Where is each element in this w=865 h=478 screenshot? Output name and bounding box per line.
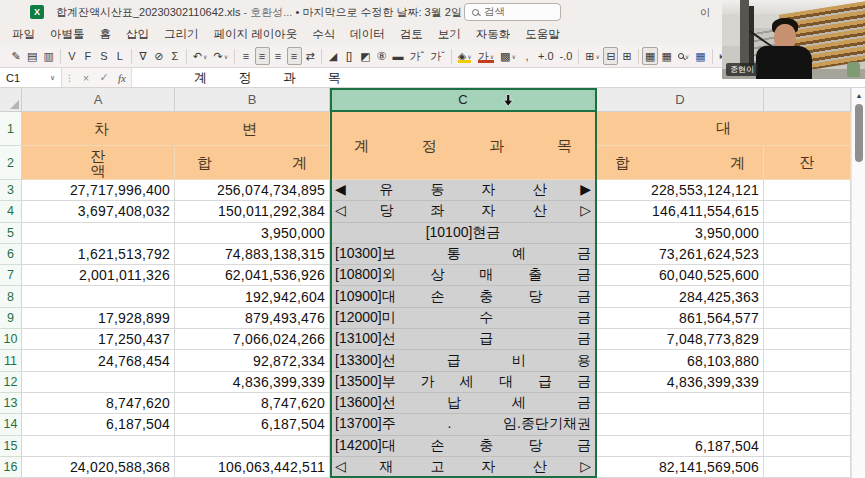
increase-decimal-icon[interactable]: +.0 [535,47,556,65]
align-center-icon[interactable]: ≡ [255,47,270,65]
row-header-15[interactable]: 15 [0,436,22,457]
cell-A12[interactable] [22,372,175,393]
shortcut-v-button[interactable]: V [64,47,79,65]
cell-B7[interactable]: 62,041,536,926 [175,265,330,286]
cell-E16[interactable] [764,457,851,478]
cell-E15[interactable] [764,436,851,457]
cell-D12[interactable]: 4,836,399,339 [597,372,764,393]
cell-C13[interactable]: [13600]선 납 세 금 [330,393,597,414]
align-right-icon[interactable]: ≡ [271,47,286,65]
last-modified-label[interactable]: • 마지막으로 수정한 날짜: 3월 2일 [295,6,461,18]
cell-D4[interactable]: 146,411,554,615 [597,201,764,222]
cell-B8[interactable]: 192,942,604 [175,286,330,307]
cell-C7[interactable]: [10800]외 상 매 출 금 [330,265,597,286]
cell-E13[interactable] [764,393,851,414]
cell-B12[interactable]: 4,836,399,339 [175,372,330,393]
cell-D8[interactable]: 284,425,363 [597,286,764,307]
decrease-decimal-icon[interactable]: -.0 [557,47,575,65]
gridlines-icon[interactable]: ▦ [642,47,657,65]
circled-number-icon[interactable]: ⑧ [374,47,389,65]
menu-삽입[interactable]: 삽입 [126,27,149,42]
cancel-icon[interactable]: × [77,72,95,84]
formula-bar-handle[interactable]: ⋮ [65,73,74,83]
cell-A9[interactable]: 17,928,899 [22,308,175,329]
font-increase-icon[interactable]: 가ˆ [407,47,427,65]
cell-E3[interactable] [764,180,851,201]
name-box[interactable]: C1 ∨ [0,68,62,87]
shape-fill-icon[interactable]: ◢ [326,47,341,65]
paste-link-icon[interactable]: ▥ [41,47,56,65]
cell-C4[interactable]: ◁당 좌 자 산▷ [330,201,597,222]
scroll-up-icon[interactable]: ▲ [852,90,865,102]
column-header-B[interactable]: B [175,88,330,112]
autosum-icon[interactable]: Σ [167,47,182,65]
borders-icon[interactable]: ⊞∨ [583,47,603,65]
menu-그리기[interactable]: 그리기 [164,27,199,42]
cell-D3[interactable]: 228,553,124,121 [597,180,764,201]
name-box-chevron-icon[interactable]: ∨ [50,74,55,82]
font-decrease-icon[interactable]: 가ˇ [428,47,448,65]
merge-across-icon[interactable]: ⊞ [619,47,634,65]
fill-color-icon[interactable]: ◈∨ [455,47,474,65]
redo-icon[interactable]: ↷∨ [211,47,231,65]
cell-A10[interactable]: 17,250,437 [22,329,175,350]
font-color-icon[interactable]: 가∨ [475,47,496,65]
row-header-16[interactable]: 16 [0,457,22,478]
cell-D14[interactable] [597,414,764,435]
column-header-D[interactable]: D [597,88,764,112]
cell-B9[interactable]: 879,493,476 [175,308,330,329]
menu-아별툴[interactable]: 아별툴 [50,27,85,42]
cell-A6[interactable]: 1,621,513,792 [22,244,175,265]
cell-A1-debit-header[interactable]: 차 변 [22,112,330,146]
cell-A15[interactable] [22,436,175,457]
column-header-E[interactable] [764,88,851,112]
row-header-14[interactable]: 14 [0,414,22,435]
row-header-4[interactable]: 4 [0,201,22,222]
comma-style-icon[interactable]: , [519,47,534,65]
cell-C10[interactable]: [13100]선 급 금 [330,329,597,350]
select-all-corner[interactable] [0,88,22,112]
cell-D2-total-header[interactable]: 합 계 [597,146,764,180]
undo-icon[interactable]: ↶∨ [190,47,210,65]
menu-자동화[interactable]: 자동화 [476,27,511,42]
row-header-9[interactable]: 9 [0,308,22,329]
brackets-icon[interactable]: [] [342,47,357,65]
cell-A16[interactable]: 24,020,588,368 [22,457,175,478]
filter-icon[interactable]: ∇ [135,47,150,65]
cell-D16[interactable]: 82,141,569,506 [597,457,764,478]
row-header-6[interactable]: 6 [0,244,22,265]
cell-D1-credit-header[interactable]: 대 [597,112,851,146]
search-input[interactable]: 검색 [464,3,561,21]
row-header-8[interactable]: 8 [0,286,22,307]
text-orientation-icon[interactable]: ⇄ [303,47,318,65]
cell-C5[interactable]: [10100]현금 [330,223,597,244]
row-header-10[interactable]: 10 [0,329,22,350]
cell-E5[interactable] [764,223,851,244]
cell-E8[interactable] [764,286,851,307]
cell-E6[interactable] [764,244,851,265]
cell-A5[interactable] [22,223,175,244]
cell-A3[interactable]: 27,717,996,400 [22,180,175,201]
cell-C16[interactable]: ◁재 고 자 산▷ [330,457,597,478]
cell-D7[interactable]: 60,040,525,600 [597,265,764,286]
cell-D5[interactable]: 3,950,000 [597,223,764,244]
align-justify-icon[interactable]: ≡ [287,47,302,65]
cell-D13[interactable] [597,393,764,414]
shortcut-f-button[interactable]: F [80,47,95,65]
cell-E2-balance-header[interactable]: 잔 [764,146,851,180]
menu-파일[interactable]: 파일 [12,27,35,42]
cell-C6[interactable]: [10300]보 통 예 금 [330,244,597,265]
column-header-A[interactable]: A [22,88,175,112]
menu-페이지 레이아웃[interactable]: 페이지 레이아웃 [214,27,298,42]
cell-A8[interactable] [22,286,175,307]
macro-icon[interactable]: ▦ [693,47,708,65]
paste-special-icon[interactable]: ▤ [25,47,40,65]
merge-center-icon[interactable]: ⊟ [603,47,618,65]
shortcut-l-button[interactable]: L [112,47,127,65]
cell-D9[interactable]: 861,564,577 [597,308,764,329]
diagonal-split-icon[interactable]: ◩ [358,47,373,65]
cell-C15[interactable]: [14200]대 손 충 당 금 [330,436,597,457]
freeze-panes-icon[interactable]: ▦ [659,47,674,65]
cell-B13[interactable]: 8,747,620 [175,393,330,414]
cell-E14[interactable] [764,414,851,435]
